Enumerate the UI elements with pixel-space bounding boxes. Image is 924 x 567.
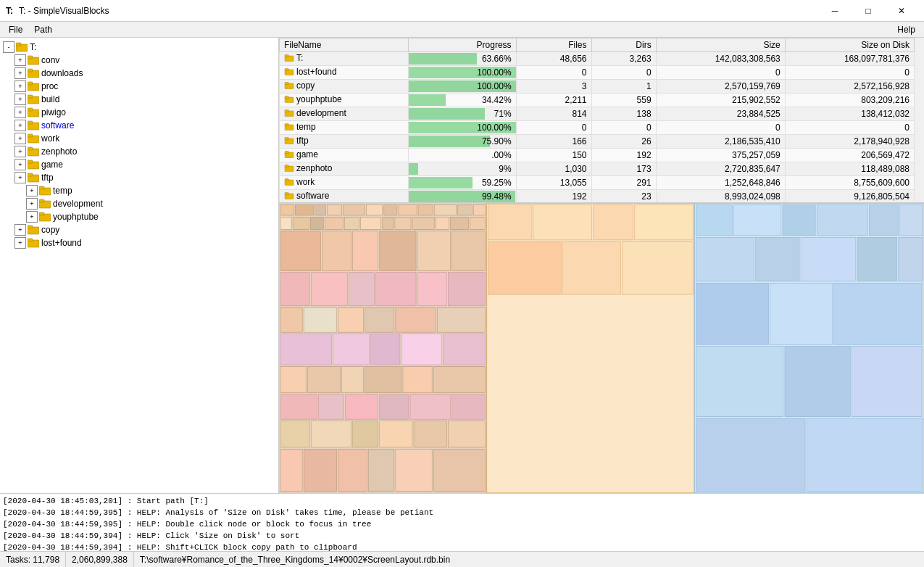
svg-rect-138 — [734, 204, 781, 235]
cell-files: 48,656 — [516, 52, 591, 66]
cell-filename: tftp — [280, 135, 409, 149]
expand-btn-piwigo[interactable]: + — [14, 107, 26, 118]
table-row[interactable]: temp100.00%0000 — [280, 121, 924, 135]
col-size-on-disk[interactable]: Size on Disk — [785, 38, 914, 52]
minimize-button[interactable]: ─ — [818, 0, 852, 22]
cell-files: 150 — [516, 149, 591, 162]
table-row[interactable]: work59.25%13,0552911,252,648,8468,755,60… — [280, 176, 924, 190]
table-row[interactable]: tftp75.90%166262,186,535,4102,178,940,92… — [280, 135, 924, 149]
tree-node-piwigo[interactable]: +piwigo — [0, 106, 278, 119]
svg-rect-145 — [801, 237, 855, 281]
svg-rect-127 — [433, 449, 485, 491]
tree-node-temp[interactable]: +temp — [0, 184, 278, 197]
tree-node-build[interactable]: +build — [0, 93, 278, 106]
svg-rect-131 — [593, 204, 633, 239]
svg-rect-139 — [783, 204, 815, 235]
menu-path[interactable]: Path — [28, 23, 58, 36]
tree-node-tftp[interactable]: +tftp — [0, 171, 278, 184]
svg-rect-47 — [285, 152, 288, 154]
expand-btn-conv[interactable]: + — [14, 54, 26, 66]
cell-filename: T: — [280, 52, 409, 66]
cell-files: 2,211 — [516, 94, 591, 107]
svg-rect-23 — [39, 186, 44, 189]
cell-size-on-disk: 2,178,940,928 — [785, 135, 914, 149]
svg-rect-63 — [384, 204, 397, 215]
svg-rect-110 — [280, 394, 317, 419]
col-size[interactable]: Size — [656, 38, 785, 52]
cell-filename: youphptube — [280, 94, 409, 107]
cell-filename: temp — [280, 121, 409, 135]
svg-rect-88 — [311, 273, 347, 306]
cell-dirs: 26 — [591, 135, 656, 149]
tree-panel[interactable]: - T: +conv+downloads+proc+build+piwigo+s… — [0, 38, 279, 493]
table-row[interactable]: youphptube34.42%2,211559215,902,552803,2… — [280, 94, 924, 107]
tree-node-zenphoto[interactable]: +zenphoto — [0, 145, 278, 158]
col-filename[interactable]: FileName — [280, 38, 409, 52]
expand-btn-lost+found[interactable]: + — [14, 237, 26, 249]
tree-node-proc[interactable]: +proc — [0, 80, 278, 93]
svg-rect-114 — [410, 394, 450, 419]
expand-btn-software[interactable]: + — [14, 120, 26, 131]
table-row[interactable]: development71%81413823,884,525138,412,03… — [280, 107, 924, 121]
cell-size: 0 — [656, 66, 785, 80]
col-progress[interactable]: Progress — [409, 38, 516, 52]
expand-btn-proc[interactable]: + — [14, 80, 26, 92]
svg-rect-107 — [365, 366, 401, 392]
cell-size: 2,570,159,769 — [656, 80, 785, 94]
treemap-area[interactable] — [279, 203, 924, 493]
svg-rect-116 — [280, 421, 309, 447]
expand-btn-zenphoto[interactable]: + — [14, 146, 26, 157]
expand-btn-work[interactable]: + — [14, 133, 26, 144]
menu-file[interactable]: File — [3, 23, 28, 36]
cell-files: 0 — [516, 66, 591, 80]
svg-rect-111 — [318, 394, 344, 419]
folder-icon — [284, 54, 294, 62]
tree-node-work[interactable]: +work — [0, 132, 278, 145]
tree-node-game[interactable]: +game — [0, 158, 278, 171]
expand-btn-copy[interactable]: + — [14, 224, 26, 236]
cell-dirs: 0 — [591, 66, 656, 80]
expand-btn-tftp[interactable]: + — [14, 172, 26, 183]
expand-btn-downloads[interactable]: + — [14, 67, 26, 79]
tree-node-software[interactable]: +software — [0, 119, 278, 132]
svg-rect-68 — [474, 204, 486, 215]
svg-rect-90 — [376, 273, 416, 306]
table-row[interactable]: zenphoto9%1,0301732,720,835,647118,489,0… — [280, 162, 924, 176]
svg-rect-83 — [353, 231, 378, 271]
menu-help[interactable]: Help — [891, 23, 921, 36]
maximize-button[interactable]: □ — [852, 0, 885, 22]
svg-rect-1 — [16, 43, 21, 46]
expand-btn-game[interactable]: + — [14, 159, 26, 170]
col-dirs[interactable]: Dirs — [591, 38, 656, 52]
tree-node-downloads[interactable]: +downloads — [0, 67, 278, 80]
table-area[interactable]: FileName Progress Files Dirs Size Size o… — [279, 38, 924, 203]
table-row[interactable]: copy100.00%312,570,159,7692,572,156,928 — [280, 80, 924, 94]
tree-label-zenphoto: zenphoto — [41, 146, 77, 157]
tree-label-youphptube: youphptube — [53, 212, 99, 222]
tasks-value: 11,798 — [33, 555, 59, 565]
expand-root[interactable]: - — [3, 41, 14, 53]
expand-btn-youphptube[interactable]: + — [26, 211, 38, 223]
cell-size-on-disk: 0 — [785, 121, 914, 135]
table-row[interactable]: lost+found100.00%0000 — [280, 66, 924, 80]
tree-node-copy[interactable]: +copy — [0, 223, 278, 236]
cell-filename: lost+found — [280, 66, 409, 80]
tree-node-youphptube[interactable]: +youphptube — [0, 210, 278, 223]
close-button[interactable]: ✕ — [885, 0, 918, 22]
folder-icon — [284, 109, 294, 117]
tree-node-development[interactable]: +development — [0, 197, 278, 210]
expand-btn-build[interactable]: + — [14, 94, 26, 105]
cell-size: 215,902,552 — [656, 94, 785, 107]
tree-node-root[interactable]: - T: — [0, 41, 278, 54]
svg-rect-151 — [696, 347, 783, 417]
svg-rect-142 — [900, 204, 923, 235]
expand-btn-development[interactable]: + — [26, 198, 38, 210]
tree-node-conv[interactable]: +conv — [0, 54, 278, 67]
tree-node-lost_found[interactable]: +lost+found — [0, 236, 278, 249]
table-row[interactable]: software99.48%192238,993,024,0989,126,80… — [280, 190, 924, 204]
table-row[interactable]: game.00%150192375,257,059206,569,472 — [280, 149, 924, 162]
expand-btn-temp[interactable]: + — [26, 185, 38, 196]
col-files[interactable]: Files — [516, 38, 591, 52]
svg-rect-7 — [28, 82, 33, 85]
table-row[interactable]: T:63.66%48,6563,263142,083,308,563168,09… — [280, 52, 924, 66]
